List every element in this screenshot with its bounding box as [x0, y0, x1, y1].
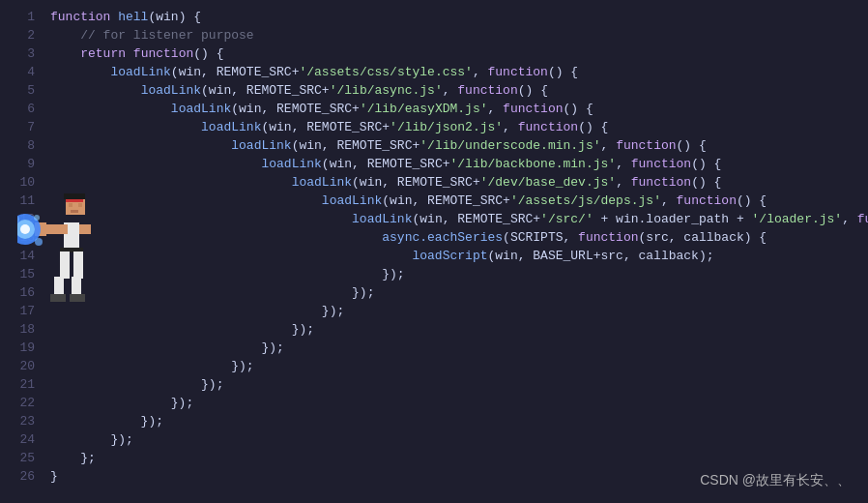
code-content: loadLink(win, REMOTE_SRC+'/assets/js/dep… [50, 192, 767, 210]
code-line: 23 }); [0, 412, 868, 430]
code-line: 24 }); [0, 430, 868, 449]
code-content: function hell(win) { [50, 8, 201, 26]
code-line: 11 loadLink(win, REMOTE_SRC+'/assets/js/… [0, 192, 868, 210]
line-number: 7 [8, 118, 35, 136]
code-line: 6 loadLink(win, REMOTE_SRC+'/lib/easyXDM… [0, 100, 868, 118]
code-line: 19 }); [0, 339, 868, 357]
code-line: 15 }); [0, 265, 868, 283]
code-content: loadLink(win, REMOTE_SRC+'/lib/backbone.… [50, 155, 721, 173]
code-line: 16 }); [0, 283, 868, 302]
code-line: 14 loadScript(win, BASE_URL+src, callbac… [0, 247, 868, 265]
line-number: 25 [8, 449, 35, 467]
code-line: 9 loadLink(win, REMOTE_SRC+'/lib/backbon… [0, 155, 868, 173]
code-content: }); [50, 320, 314, 339]
line-number: 24 [8, 430, 35, 449]
line-number: 10 [8, 173, 35, 192]
code-line: 3 return function() { [0, 44, 868, 63]
code-line: 8 loadLink(win, REMOTE_SRC+'/lib/undersc… [0, 136, 868, 155]
code-content: loadLink(win, REMOTE_SRC+'/src/' + win.l… [50, 210, 868, 228]
code-content: }); [50, 412, 163, 430]
line-number: 3 [8, 44, 35, 63]
code-line: 4 loadLink(win, REMOTE_SRC+'/assets/css/… [0, 63, 868, 81]
code-content: loadLink(win, REMOTE_SRC+'/lib/async.js'… [50, 81, 548, 100]
line-number: 2 [8, 26, 35, 44]
line-number: 22 [8, 394, 35, 412]
code-line: 2 // for listener purpose [0, 26, 868, 44]
code-content: loadLink(win, REMOTE_SRC+'/lib/underscod… [50, 136, 707, 155]
code-content: loadLink(win, REMOTE_SRC+'/lib/json2.js'… [50, 118, 608, 136]
code-content: // for listener purpose [50, 26, 254, 44]
code-content: }); [50, 375, 223, 394]
code-line: 12 loadLink(win, REMOTE_SRC+'/src/' + wi… [0, 210, 868, 228]
code-line: 1function hell(win) { [0, 8, 868, 26]
code-content: }); [50, 394, 193, 412]
code-line: 5 loadLink(win, REMOTE_SRC+'/lib/async.j… [0, 81, 868, 100]
line-number: 9 [8, 155, 35, 173]
line-number: 1 [8, 8, 35, 26]
code-content: }); [50, 302, 344, 320]
code-content: loadLink(win, REMOTE_SRC+'/lib/easyXDM.j… [50, 100, 593, 118]
code-line: 10 loadLink(win, REMOTE_SRC+'/dev/base_d… [0, 173, 868, 192]
code-content: }; [50, 449, 96, 467]
code-content: return function() { [50, 44, 223, 63]
watermark-text: CSDN @故里有长安、、 [700, 472, 851, 489]
code-content: }); [50, 430, 133, 449]
code-content: }); [50, 265, 405, 283]
code-content: loadLink(win, REMOTE_SRC+'/assets/css/st… [50, 63, 578, 81]
code-content: }); [50, 339, 284, 357]
code-content: } [50, 467, 58, 486]
line-number: 12 [8, 210, 35, 228]
code-content: }); [50, 357, 254, 375]
line-number: 6 [8, 100, 35, 118]
line-number: 19 [8, 339, 35, 357]
line-number: 21 [8, 375, 35, 394]
line-number: 15 [8, 265, 35, 283]
line-number: 11 [8, 192, 35, 210]
line-number: 17 [8, 302, 35, 320]
code-line: 22 }); [0, 394, 868, 412]
line-number: 13 [8, 228, 35, 247]
code-content: loadScript(win, BASE_URL+src, callback); [50, 247, 714, 265]
code-line: 18 }); [0, 320, 868, 339]
code-line: 17 }); [0, 302, 868, 320]
line-number: 14 [8, 247, 35, 265]
line-number: 5 [8, 81, 35, 100]
line-number: 16 [8, 283, 35, 302]
code-content: }); [50, 283, 374, 302]
code-editor: 1function hell(win) {2 // for listener p… [0, 0, 868, 503]
code-content: loadLink(win, REMOTE_SRC+'/dev/base_dev.… [50, 173, 721, 192]
line-number: 23 [8, 412, 35, 430]
code-line: 21 }); [0, 375, 868, 394]
line-number: 26 [8, 467, 35, 486]
code-line: 20 }); [0, 357, 868, 375]
line-number: 18 [8, 320, 35, 339]
line-number: 4 [8, 63, 35, 81]
line-number: 20 [8, 357, 35, 375]
code-line: 7 loadLink(win, REMOTE_SRC+'/lib/json2.j… [0, 118, 868, 136]
code-line: 25 }; [0, 449, 868, 467]
code-content: async.eachSeries(SCRIPTS, function(src, … [50, 228, 767, 247]
code-line: 13 async.eachSeries(SCRIPTS, function(sr… [0, 228, 868, 247]
line-number: 8 [8, 136, 35, 155]
